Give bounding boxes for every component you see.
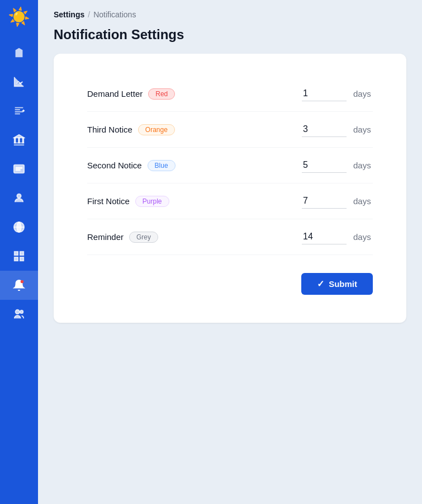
row-input-group-third-notice: days bbox=[302, 122, 373, 137]
sidebar-item-users[interactable] bbox=[0, 300, 38, 329]
row-name-second-notice: Second Notice bbox=[87, 161, 142, 170]
row-name-first-notice: First Notice bbox=[87, 196, 130, 206]
sidebar-item-bank[interactable] bbox=[0, 125, 38, 154]
sidebar-item-accounts[interactable] bbox=[0, 154, 38, 183]
breadcrumb-separator: / bbox=[88, 10, 90, 19]
sidebar: ☀️ bbox=[0, 0, 38, 504]
sidebar-item-transactions[interactable] bbox=[0, 96, 38, 125]
badge-reminder: Grey bbox=[129, 232, 158, 243]
table-row: Second Notice Blue days bbox=[87, 148, 373, 183]
days-input-second-notice[interactable] bbox=[302, 158, 347, 173]
table-row: Reminder Grey days bbox=[87, 219, 373, 255]
table-row: First Notice Purple days bbox=[87, 183, 373, 219]
row-label-third-notice: Third Notice Orange bbox=[87, 124, 233, 135]
svg-rect-7 bbox=[15, 138, 16, 143]
badge-demand-letter: Red bbox=[148, 88, 175, 100]
days-label-second-notice: days bbox=[353, 161, 373, 170]
sidebar-item-contacts[interactable] bbox=[0, 183, 38, 213]
badge-second-notice: Blue bbox=[148, 160, 176, 171]
badge-third-notice: Orange bbox=[138, 124, 175, 135]
main-content: Settings / Notifications Notification Se… bbox=[38, 0, 422, 504]
notification-settings-card: Demand Letter Red days Third Notice Oran… bbox=[54, 54, 406, 323]
app-logo: ☀️ bbox=[0, 0, 38, 34]
person-icon bbox=[13, 192, 25, 204]
sidebar-nav bbox=[0, 34, 38, 504]
row-input-group-first-notice: days bbox=[302, 194, 373, 209]
breadcrumb-current: Notifications bbox=[93, 10, 136, 19]
svg-rect-9 bbox=[22, 138, 23, 143]
logo-icon: ☀️ bbox=[8, 6, 30, 27]
days-input-third-notice[interactable] bbox=[302, 122, 347, 137]
sidebar-item-globe[interactable] bbox=[0, 213, 38, 242]
days-label-first-notice: days bbox=[353, 196, 373, 206]
building-icon bbox=[13, 46, 25, 59]
row-label-second-notice: Second Notice Blue bbox=[87, 160, 233, 171]
submit-row: ✓ Submit bbox=[87, 273, 373, 295]
chart-icon bbox=[13, 76, 25, 88]
days-input-demand-letter[interactable] bbox=[302, 86, 347, 101]
sidebar-item-notifications[interactable] bbox=[0, 271, 38, 300]
submit-label: Submit bbox=[329, 279, 357, 289]
row-input-group-reminder: days bbox=[302, 229, 373, 244]
svg-point-24 bbox=[16, 310, 20, 314]
table-row: Demand Letter Red days bbox=[87, 76, 373, 112]
table-row: Third Notice Orange days bbox=[87, 112, 373, 148]
svg-rect-13 bbox=[16, 167, 22, 168]
svg-rect-14 bbox=[16, 169, 20, 171]
breadcrumb-settings[interactable]: Settings bbox=[54, 10, 84, 19]
svg-point-25 bbox=[20, 310, 23, 314]
svg-point-15 bbox=[17, 194, 21, 198]
days-input-first-notice[interactable] bbox=[302, 194, 347, 209]
globe-icon bbox=[13, 221, 25, 233]
accounts-icon bbox=[13, 163, 25, 175]
row-input-group-demand-letter: days bbox=[302, 86, 373, 101]
svg-point-23 bbox=[21, 280, 24, 284]
users-icon bbox=[13, 308, 25, 321]
sidebar-item-grid[interactable] bbox=[0, 242, 38, 271]
svg-rect-20 bbox=[20, 252, 23, 255]
days-label-demand-letter: days bbox=[353, 89, 373, 98]
sidebar-item-reports[interactable] bbox=[0, 67, 38, 96]
check-icon: ✓ bbox=[317, 279, 324, 289]
row-name-reminder: Reminder bbox=[87, 232, 124, 242]
page-title: Notification Settings bbox=[38, 25, 422, 54]
row-label-reminder: Reminder Grey bbox=[87, 232, 233, 243]
row-label-first-notice: First Notice Purple bbox=[87, 196, 233, 207]
row-input-group-second-notice: days bbox=[302, 158, 373, 173]
bank-icon bbox=[13, 134, 25, 146]
days-input-reminder[interactable] bbox=[302, 229, 347, 244]
sidebar-item-dashboard[interactable] bbox=[0, 38, 38, 67]
svg-rect-21 bbox=[15, 257, 18, 261]
row-name-demand-letter: Demand Letter bbox=[87, 89, 143, 98]
row-name-third-notice: Third Notice bbox=[87, 125, 132, 134]
svg-rect-8 bbox=[18, 138, 20, 143]
svg-rect-19 bbox=[15, 252, 18, 255]
submit-button[interactable]: ✓ Submit bbox=[301, 273, 373, 295]
breadcrumb: Settings / Notifications bbox=[38, 0, 422, 25]
svg-rect-22 bbox=[20, 257, 23, 261]
badge-first-notice: Purple bbox=[135, 196, 169, 207]
bell-icon bbox=[13, 279, 25, 291]
days-label-reminder: days bbox=[353, 232, 373, 242]
row-label-demand-letter: Demand Letter Red bbox=[87, 88, 233, 100]
grid-icon bbox=[13, 250, 25, 262]
days-label-third-notice: days bbox=[353, 125, 373, 134]
transactions-icon bbox=[13, 105, 25, 117]
